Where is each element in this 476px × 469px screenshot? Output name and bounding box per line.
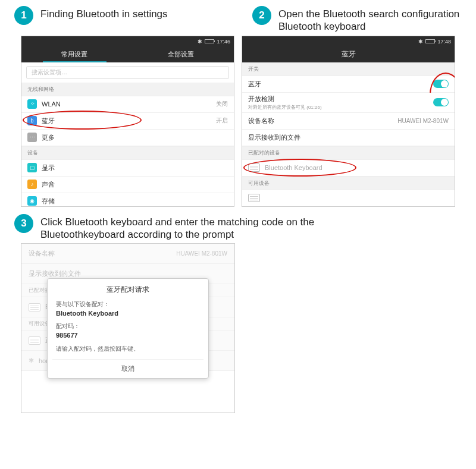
pair-device-name: Bluetooth Keyboard: [56, 309, 200, 319]
cancel-button[interactable]: 取消: [52, 359, 203, 378]
paired-device-label: Bluetooth Keyboard: [265, 164, 449, 171]
pairing-dialog-overlay: 蓝牙配对请求 要与以下设备配对： Bluetooth Keyboard 配对码：…: [21, 244, 234, 413]
pair-with-label: 要与以下设备配对：: [56, 300, 200, 309]
storage-label: 存储: [42, 197, 228, 206]
more-label: 更多: [42, 133, 228, 142]
display-icon: ▢: [27, 163, 37, 172]
bt-toggle-label: 蓝牙: [248, 80, 433, 89]
page-title-bluetooth: 蓝牙: [242, 47, 455, 62]
status-time: 17:46: [217, 39, 230, 45]
screenshot-settings: ✱ 17:46 常用设置 全部设置 搜索设置项… 无线和网络 ⌔ WLAN 关闭…: [21, 36, 234, 207]
detect-label: 开放检测: [248, 95, 433, 103]
search-input[interactable]: 搜索设置项…: [26, 66, 229, 79]
bluetooth-icon: ✱: [198, 39, 202, 45]
bluetooth-icon: ✱: [418, 39, 423, 45]
display-label: 显示: [42, 163, 228, 172]
step-2-title: Open the Bluetooth search configuration …: [278, 6, 459, 33]
step-1-title: Finding Bluetooth in settings: [40, 6, 168, 20]
step-number-1: 1: [14, 6, 33, 25]
battery-icon: [425, 39, 435, 43]
keyboard-icon: [248, 194, 260, 202]
row-display[interactable]: ▢ 显示: [21, 160, 234, 177]
dialog-title: 蓝牙配对请求: [48, 285, 208, 295]
row-device-name[interactable]: 设备名称 HUAWEI M2-801W: [242, 113, 455, 130]
bluetooth-icon: b: [27, 116, 37, 125]
settings-tabs: 常用设置 全部设置: [21, 47, 234, 62]
bluetooth-value: 开启: [216, 117, 228, 125]
detect-toggle[interactable]: [433, 98, 449, 106]
status-time: 17:48: [437, 39, 451, 45]
row-more[interactable]: ⋯ 更多: [21, 130, 234, 146]
pairing-dialog: 蓝牙配对请求 要与以下设备配对： Bluetooth Keyboard 配对码：…: [47, 278, 209, 379]
row-detect-toggle[interactable]: 开放检测 对附近所有的蓝牙设备可见 (01:26): [242, 93, 455, 113]
step-3-title: Click Bluetooth keyboard and enter the m…: [40, 214, 314, 241]
recv-label: 显示接收到的文件: [248, 133, 449, 142]
section-paired: 已配对的设备: [242, 146, 455, 160]
status-bar: ✱ 17:46: [21, 36, 234, 47]
section-device: 设备: [21, 146, 234, 160]
bluetooth-label: 蓝牙: [42, 117, 216, 125]
row-storage[interactable]: ◉ 存储: [21, 193, 234, 207]
row-sound[interactable]: ♪ 声音: [21, 177, 234, 193]
row-available-device[interactable]: [242, 190, 455, 207]
storage-icon: ◉: [27, 196, 37, 206]
devname-value: HUAWEI M2-801W: [397, 118, 449, 124]
row-bt-toggle[interactable]: 蓝牙: [242, 76, 455, 93]
sound-icon: ♪: [27, 180, 37, 189]
keyboard-icon: [248, 163, 260, 172]
wlan-label: WLAN: [42, 100, 216, 108]
wifi-icon: ⌔: [27, 99, 37, 109]
section-available: 可用设备: [242, 177, 455, 190]
bt-toggle[interactable]: [433, 80, 449, 88]
more-icon: ⋯: [27, 133, 37, 142]
row-wlan[interactable]: ⌔ WLAN 关闭: [21, 96, 234, 113]
step-number-3: 3: [14, 214, 33, 233]
tab-all-settings[interactable]: 全部设置: [128, 47, 234, 62]
row-received-files[interactable]: 显示接收到的文件: [242, 130, 455, 146]
wlan-value: 关闭: [216, 100, 228, 108]
devname-label: 设备名称: [248, 117, 397, 125]
section-switch: 开关: [242, 62, 455, 76]
battery-icon: [205, 39, 214, 43]
sound-label: 声音: [42, 180, 228, 189]
pair-code: 985677: [56, 330, 200, 341]
screenshot-bluetooth: ✱ 17:48 蓝牙 开关 蓝牙 开放检测 对附近所有的蓝牙设备可见 (01:2…: [242, 36, 455, 207]
screenshot-pairing: 设备名称 HUAWEI M2-801W 显示接收到的文件 已配对的设备 Blue…: [21, 243, 235, 413]
pair-instruction: 请输入配对码，然后按回车键。: [56, 344, 200, 353]
tab-common-settings[interactable]: 常用设置: [21, 47, 128, 62]
status-bar: ✱ 17:48: [242, 36, 455, 47]
row-paired-device[interactable]: Bluetooth Keyboard: [242, 160, 455, 177]
pair-code-label: 配对码：: [56, 322, 200, 330]
step-number-2: 2: [252, 6, 271, 25]
detect-sub: 对附近所有的蓝牙设备可见 (01:26): [248, 104, 433, 111]
row-bluetooth[interactable]: b 蓝牙 开启: [21, 113, 234, 130]
section-wireless: 无线和网络: [21, 83, 234, 96]
